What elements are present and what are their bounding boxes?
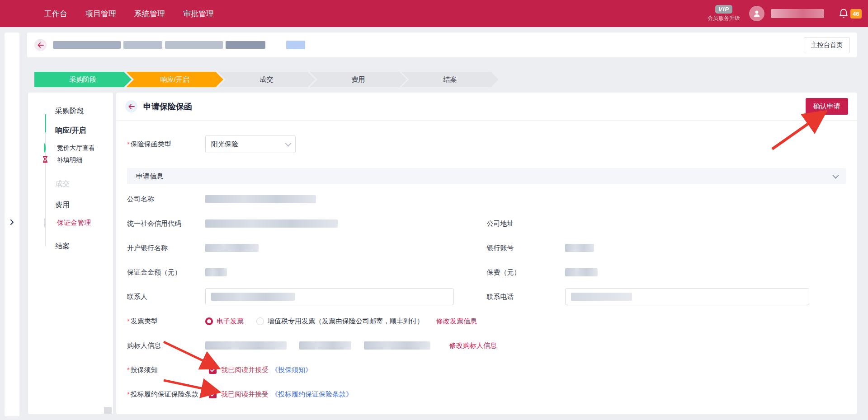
credit-code-label: 统一社会信用代码 xyxy=(127,219,205,228)
required-mark: * xyxy=(127,366,130,373)
stage-sidebar: 采购阶段 响应/开启 竞价大厅查看 补填明细 成交 费用 xyxy=(28,93,113,414)
company-name-label: 公司名称 xyxy=(127,195,205,204)
panel-back-button[interactable] xyxy=(125,100,137,112)
confirm-apply-button[interactable]: 确认申请 xyxy=(806,98,848,115)
sub-done-ring-icon xyxy=(43,144,46,152)
section-application-info[interactable]: 申请信息 xyxy=(127,168,846,184)
deposit-amount-label: 保证金金额（元） xyxy=(127,268,205,277)
bell-icon xyxy=(839,8,849,19)
top-navbar: 工作台 项目管理 系统管理 审批管理 VIP 会员服务升级 46 xyxy=(0,0,868,27)
policy-terms-label: 投标履约保证保险条款 xyxy=(131,390,198,398)
project-title-redacted xyxy=(53,41,265,49)
header-back-button[interactable] xyxy=(34,39,47,51)
row-insurance-type: *保险保函类型 阳光保险 xyxy=(127,135,846,153)
insurance-type-value: 阳光保险 xyxy=(211,140,238,149)
section-title: 申请信息 xyxy=(136,172,163,181)
check-icon xyxy=(210,392,215,397)
step-close[interactable]: 结案 xyxy=(401,72,499,87)
edit-buyer-info-link[interactable]: 修改购标人信息 xyxy=(449,341,497,350)
hourglass-icon xyxy=(42,156,48,165)
buyer-name-redacted xyxy=(205,341,287,350)
insurance-type-select[interactable]: 阳光保险 xyxy=(205,135,296,153)
step-procurement[interactable]: 采购阶段 xyxy=(34,72,132,87)
sidebar-item-close[interactable]: 结案 xyxy=(28,242,70,251)
page-title: 申请保险保函 xyxy=(143,101,192,112)
collapsed-side-panel xyxy=(5,33,19,416)
sidebar-item-fill-details[interactable]: 补填明细 xyxy=(28,156,82,164)
main-menu: 工作台 项目管理 系统管理 审批管理 xyxy=(44,9,214,19)
row-bank: 开户银行名称 银行账号 xyxy=(127,243,846,253)
username-redacted xyxy=(771,9,824,18)
nav-item-project-management[interactable]: 项目管理 xyxy=(85,9,116,19)
current-ring-icon xyxy=(43,219,46,227)
sidebar-item-deposit-management[interactable]: 保证金管理 xyxy=(28,219,91,227)
step-response-open[interactable]: 响应/开启 xyxy=(126,72,223,87)
contact-phone-label: 联系电话 xyxy=(487,293,565,301)
process-steps: 采购阶段 响应/开启 成交 费用 结案 xyxy=(34,72,499,87)
expand-panel-toggle[interactable] xyxy=(5,215,19,229)
policy-terms-link[interactable]: 《投标履约保证保险条款》 xyxy=(271,390,353,399)
user-avatar[interactable] xyxy=(749,6,764,21)
page-header: 主控台首页 xyxy=(27,33,857,57)
sidebar-scrollbar-thumb[interactable] xyxy=(104,407,112,414)
notification-bell[interactable]: 46 xyxy=(839,8,862,19)
vip-upgrade[interactable]: VIP 会员服务升级 xyxy=(708,5,740,22)
insure-notice-label: 投保须知 xyxy=(131,366,158,373)
sidebar-item-fee[interactable]: 费用 xyxy=(28,201,70,210)
check-icon xyxy=(210,368,215,372)
back-arrow-icon xyxy=(38,42,44,48)
step-fee[interactable]: 费用 xyxy=(310,72,407,87)
sidebar-item-response-open[interactable]: 响应/开启 xyxy=(28,126,86,135)
sidebar-item-deal[interactable]: 成交 xyxy=(28,179,70,189)
buyer-phone-redacted xyxy=(364,341,430,350)
contact-phone-input[interactable] xyxy=(565,288,809,305)
nav-item-system-management[interactable]: 系统管理 xyxy=(134,9,165,19)
notification-count-badge[interactable]: 46 xyxy=(850,9,862,19)
row-contacts: 联系人 联系电话 xyxy=(127,288,846,305)
contact-phone-value-redacted xyxy=(571,293,632,301)
contact-input[interactable] xyxy=(205,288,454,305)
sidebar-item-bidding-hall[interactable]: 竞价大厅查看 xyxy=(28,144,95,152)
bank-name-value-redacted xyxy=(205,244,259,252)
row-insure-notice: *投保须知 我已阅读并接受 《投保须知》 xyxy=(127,365,846,375)
buyer-info-label: 购标人信息 xyxy=(127,341,205,350)
row-credit-code-address: 统一社会信用代码 公司地址 xyxy=(127,219,846,229)
bank-name-label: 开户银行名称 xyxy=(127,244,205,252)
vip-icon: VIP xyxy=(715,5,732,14)
policy-terms-checkbox[interactable] xyxy=(209,391,217,398)
required-mark: * xyxy=(127,317,130,325)
step-deal[interactable]: 成交 xyxy=(218,72,315,87)
agreement-text: 我已阅读并接受 xyxy=(221,390,269,399)
required-mark: * xyxy=(127,140,130,148)
insure-notice-link[interactable]: 《投保须知》 xyxy=(271,366,312,374)
chevron-right-icon xyxy=(10,219,14,225)
sidebar-item-procurement[interactable]: 采购阶段 xyxy=(28,107,84,116)
radio-vat-invoice[interactable]: 增值税专用发票（发票由保险公司邮寄，顺丰到付） xyxy=(256,317,424,326)
company-name-value-redacted xyxy=(205,195,316,203)
radio-unselected-icon xyxy=(256,317,264,325)
nav-item-workbench[interactable]: 工作台 xyxy=(44,9,67,19)
contact-label: 联系人 xyxy=(127,293,205,301)
edit-invoice-info-link[interactable]: 修改发票信息 xyxy=(436,317,477,326)
credit-code-value-redacted xyxy=(205,219,338,228)
insurance-type-label: 保险保函类型 xyxy=(131,140,171,148)
panel-header: 申请保险保函 确认申请 xyxy=(116,93,857,121)
radio-selected-icon xyxy=(205,317,213,325)
chevron-down-icon xyxy=(285,140,291,147)
row-company-name: 公司名称 xyxy=(127,194,846,204)
row-invoice-type: *发票类型 电子发票 增值税专用发票（发票由保险公司邮寄，顺丰到付） 修改发票信… xyxy=(127,316,846,326)
deposit-amount-value-redacted xyxy=(205,268,227,276)
chevron-down-icon xyxy=(832,173,839,179)
invoice-type-label: 发票类型 xyxy=(131,317,158,325)
buyer-id-redacted xyxy=(299,341,351,350)
console-home-button[interactable]: 主控台首页 xyxy=(804,37,850,53)
premium-label: 保费（元） xyxy=(487,268,565,277)
agreement-text: 我已阅读并接受 xyxy=(221,366,269,374)
status-tag-redacted xyxy=(286,41,305,49)
required-mark: * xyxy=(127,390,130,398)
nav-item-approval-management[interactable]: 审批管理 xyxy=(183,9,214,19)
company-address-label: 公司地址 xyxy=(487,219,565,228)
radio-electronic-invoice[interactable]: 电子发票 xyxy=(205,317,244,326)
person-icon xyxy=(753,9,761,18)
insure-notice-checkbox[interactable] xyxy=(209,366,217,374)
